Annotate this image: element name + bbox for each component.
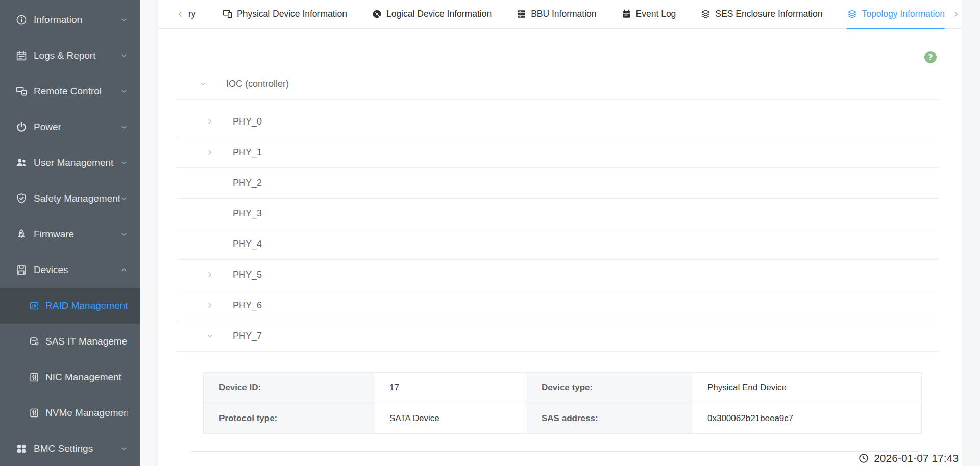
cell-value-protocol-type: SATA Device [374, 403, 526, 434]
grid-icon [15, 443, 28, 455]
tab-label: BBU Information [531, 9, 596, 19]
sidebar-item-bmc-settings[interactable]: BMC Settings [0, 431, 140, 466]
chevron-down-icon [120, 194, 128, 203]
sidebar-item-user-management[interactable]: User Management [0, 145, 140, 181]
sidebar-item-label: BMC Settings [34, 443, 120, 454]
sidebar-item-logs-report[interactable]: Logs & Report [0, 38, 140, 73]
tree-node-phy_7[interactable]: PHY_7 [176, 321, 939, 352]
cell-value-device-id: 17 [374, 373, 526, 403]
calendar-icon [15, 50, 28, 62]
sidebar-item-label: SAS IT Management [45, 336, 128, 347]
tab-ses-enclosure-information[interactable]: SES Enclosure Information [700, 0, 822, 29]
tree-node-phy_2[interactable]: PHY_2 [176, 168, 939, 199]
tree-node-phy_6[interactable]: PHY_6 [176, 290, 939, 321]
tree-node-label: PHY_3 [233, 208, 262, 219]
sidebar-item-label: Information [34, 14, 120, 26]
tree-node-label: PHY_4 [233, 239, 262, 250]
floppy-icon [15, 264, 28, 276]
layers-icon [700, 9, 711, 19]
sidebar-item-raid-management[interactable]: RAID Management [0, 288, 140, 324]
chevron-down-icon[interactable] [206, 332, 215, 341]
tree-node-phy_1[interactable]: PHY_1 [176, 137, 939, 168]
tree-leaf-spacer [206, 240, 215, 249]
cell-value-sas-address: 0x300062b21beea9c7 [692, 403, 922, 434]
tree-leaf-spacer [206, 209, 215, 218]
sidebar-item-label: Logs & Report [34, 50, 120, 61]
shield-check-icon [15, 192, 28, 205]
sidebar-item-label: Power [34, 121, 120, 133]
tabs-scroll-right-button[interactable] [952, 10, 960, 18]
chevron-down-icon [120, 123, 128, 131]
server-icon [516, 9, 527, 19]
tab-label: Logical Device Information [386, 9, 492, 19]
tree-node-ioc-controller[interactable]: IOC (controller) [176, 69, 939, 100]
content-left-gutter [140, 0, 158, 466]
sliders-icon [29, 372, 40, 383]
info-icon [15, 14, 28, 26]
tab-label: Physical Device Information [237, 9, 347, 19]
sliders-icon [29, 407, 40, 419]
tree-node-phy_5[interactable]: PHY_5 [176, 260, 939, 290]
device-detail-table: Device ID:17Device type:Physical End Dev… [203, 372, 922, 434]
sidebar-item-label: Firmware [34, 229, 120, 240]
sidebar-item-safety-management[interactable]: Safety Management [0, 181, 140, 216]
chevron-down-icon [120, 16, 128, 24]
sidebar-item-firmware[interactable]: Firmware [0, 216, 140, 252]
chevron-right-icon[interactable] [206, 271, 215, 280]
tree-node-phy_4[interactable]: PHY_4 [176, 229, 939, 260]
sidebar-item-information[interactable]: Information [0, 2, 140, 38]
topology-tree: IOC (controller)PHY_0PHY_1PHY_2PHY_3PHY_… [176, 69, 939, 352]
sidebar-item-label: NIC Management [45, 372, 128, 383]
sidebar-item-nic-management[interactable]: NIC Management [0, 359, 140, 395]
chevron-down-icon [120, 445, 128, 453]
remote-control-icon [15, 85, 28, 97]
chevron-right-icon[interactable] [206, 301, 215, 310]
raid-icon [29, 300, 40, 311]
footer-divider [190, 451, 919, 452]
tab-event-log[interactable]: Event Log [621, 0, 676, 29]
tab-physical-device-information[interactable]: Physical Device Information [222, 0, 347, 29]
sidebar-item-power[interactable]: Power [0, 109, 140, 145]
sidebar-item-nvme-management[interactable]: NVMe Management [0, 395, 140, 431]
sidebar-item-sas-it-management[interactable]: SAS IT Management [0, 324, 140, 359]
tree-node-phy_3[interactable]: PHY_3 [176, 199, 939, 229]
event-calendar-icon [621, 9, 632, 19]
tab-label: Topology Information [862, 9, 944, 19]
disk-gear-icon [29, 336, 40, 347]
sidebar-item-remote-control[interactable]: Remote Control [0, 73, 140, 109]
help-icon[interactable]: ? [924, 51, 937, 63]
sidebar-item-label: Safety Management [34, 193, 120, 204]
sidebar-item-devices[interactable]: Devices [0, 252, 140, 288]
scrollbar-track[interactable] [962, 0, 980, 466]
table-row: Protocol type:SATA DeviceSAS address:0x3… [204, 403, 922, 434]
tree-node-label: PHY_6 [233, 300, 262, 311]
cell-label-protocol-type: Protocol type: [204, 403, 374, 434]
chevron-down-icon[interactable] [199, 80, 208, 89]
clock-icon [858, 453, 869, 464]
cell-label-sas-address: SAS address: [526, 403, 692, 434]
footer-clock: 2026-01-07 17:43 [858, 452, 959, 464]
tab-clipped[interactable]: ry [188, 9, 198, 19]
sidebar-item-label: RAID Management [45, 300, 128, 311]
chevron-right-icon[interactable] [206, 148, 215, 157]
tab-label: SES Enclosure Information [715, 9, 822, 19]
tab-label: Event Log [636, 9, 676, 19]
tree-node-label: PHY_1 [233, 147, 262, 158]
users-icon [15, 157, 28, 169]
chevron-right-icon[interactable] [206, 117, 215, 127]
tree-spacer [176, 100, 939, 107]
tabs-scroll-left-button[interactable] [176, 10, 184, 18]
tree-node-phy_0[interactable]: PHY_0 [176, 107, 939, 137]
tab-topology-information[interactable]: Topology Information [847, 0, 944, 29]
layers-icon [847, 9, 857, 19]
chevron-down-icon [120, 87, 128, 95]
tree-node-label: PHY_0 [233, 116, 262, 127]
rocket-icon [15, 228, 28, 240]
sidebar: InformationLogs & ReportRemote ControlPo… [0, 0, 140, 466]
cell-value-device-type: Physical End Device [692, 373, 922, 403]
devices-icon [222, 9, 233, 19]
timestamp: 2026-01-07 17:43 [874, 452, 959, 464]
tab-bbu-information[interactable]: BBU Information [516, 0, 596, 29]
tab-logical-device-information[interactable]: Logical Device Information [372, 0, 492, 29]
disk-icon [372, 9, 382, 19]
